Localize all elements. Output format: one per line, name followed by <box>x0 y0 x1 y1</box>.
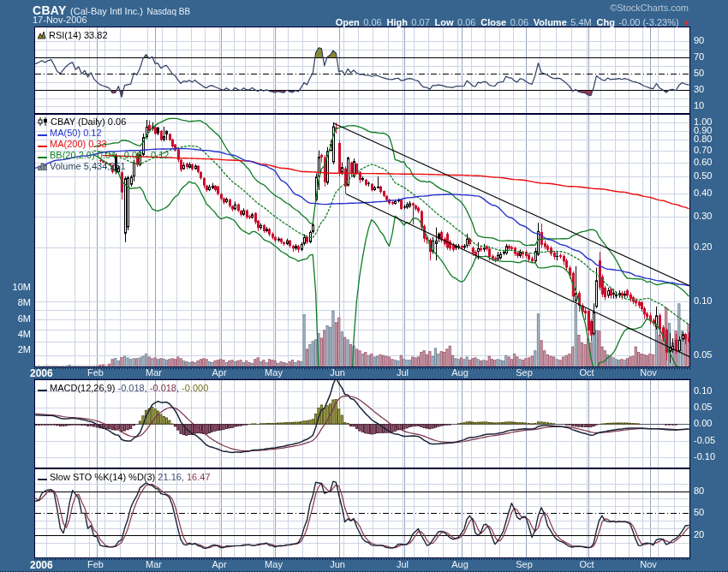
rsi-tick-label: 90 <box>694 35 704 45</box>
price-legend-bb: BB(20,2.0) 0.04 - 0.08 - 0.12 <box>38 150 169 161</box>
month-label-aug: Aug <box>451 367 468 378</box>
macd-tick-label: -0.05 <box>694 435 715 445</box>
volume-legend-value: 5,434,251 <box>84 161 126 171</box>
month-label-mar: Mar <box>146 367 162 378</box>
month-label-aug: Aug <box>451 559 468 569</box>
year-label: 2006 <box>30 559 53 571</box>
month-label-mar: Mar <box>146 559 162 569</box>
open-label: Open <box>336 17 360 27</box>
price-legend-symbol: CBAY (Daily) 0.06 <box>38 116 126 128</box>
rsi-area-icon <box>38 31 46 41</box>
price-tick-label: 0.50 <box>694 170 712 181</box>
high-value: 0.07 <box>411 17 429 27</box>
month-label-jul: Jul <box>397 367 409 378</box>
sto-tick-label: 50 <box>694 507 704 517</box>
rsi-tick-label: 30 <box>694 84 704 94</box>
month-label-jul: Jul <box>397 559 409 569</box>
month-label-nov: Nov <box>640 559 657 569</box>
sto-line-icon <box>38 473 47 483</box>
volume-legend-label: Volume <box>50 161 81 171</box>
ma50-value: 0.12 <box>83 128 101 138</box>
sto-value-1: 21.16, <box>158 472 184 482</box>
month-label-oct: Oct <box>579 559 594 569</box>
sto-legend: Slow STO %K(14) %D(3) 21.16, 16.47 <box>38 472 211 483</box>
month-label-may: May <box>265 559 283 569</box>
ma200-line-icon <box>38 140 47 150</box>
price-tick-label: 0.40 <box>694 188 712 198</box>
low-label: Low <box>435 17 454 27</box>
price-tick-label: 0.10 <box>694 295 712 306</box>
macd-value-2: -0.018, <box>150 383 179 393</box>
macd-tick-label: 0.05 <box>694 402 712 412</box>
volume-value: 5.4M <box>570 17 591 27</box>
rsi-tick-label: 70 <box>694 51 704 62</box>
price-legend-symbol-label: CBAY (Daily) <box>51 116 105 127</box>
month-label-jun: Jun <box>330 367 345 378</box>
rsi-legend-value: 33.82 <box>84 30 108 40</box>
price-legend-ma50: MA(50) 0.12 <box>38 128 102 139</box>
price-tick-label: 0.60 <box>694 157 712 167</box>
macd-tick-label: 0.10 <box>694 385 712 396</box>
macd-legend: MACD(12,26,9) -0.018, -0.018, -0.000 <box>38 383 208 394</box>
macd-tick-label: -0.10 <box>694 451 715 462</box>
open-value: 0.06 <box>363 17 381 27</box>
price-legend-symbol-value: 0.06 <box>108 116 126 127</box>
bb-line-icon <box>38 151 47 161</box>
rsi-legend: RSI(14) 33.82 <box>38 30 108 41</box>
month-label-feb: Feb <box>87 559 104 569</box>
ma200-value: 0.33 <box>88 139 106 149</box>
low-value: 0.06 <box>457 17 475 27</box>
price-legend-volume: Volume 5,434,251 <box>38 161 126 172</box>
chg-label: Chg <box>596 17 614 27</box>
month-label-apr: Apr <box>212 559 226 569</box>
month-label-sep: Sep <box>516 559 533 569</box>
month-label-oct: Oct <box>579 367 594 378</box>
price-tick-label: 0.05 <box>694 349 712 360</box>
rsi-legend-label: RSI(14) <box>49 30 81 40</box>
chg-value: -0.00 (-3.23%) <box>618 17 678 27</box>
volume-tick-label: 6M <box>18 313 31 324</box>
rsi-tick-label: 50 <box>694 68 704 78</box>
month-label-may: May <box>265 367 283 378</box>
exchange-name: Nasdaq BB <box>146 7 190 16</box>
ma200-label: MA(200) <box>50 139 86 149</box>
sto-tick-label: 80 <box>694 486 704 496</box>
volume-tick-label: 8M <box>18 297 31 307</box>
copyright: ©StockCharts.com <box>610 3 689 13</box>
sto-value-2: 16.47 <box>187 472 211 482</box>
sto-tick-label: 20 <box>694 529 704 539</box>
price-tick-label: 0.30 <box>694 211 712 221</box>
month-label-nov: Nov <box>640 367 657 378</box>
stockcharts-chart: CBAY (Cal-Bay Intl Inc.) Nasdaq BB ©Stoc… <box>0 0 728 572</box>
month-label-jun: Jun <box>330 559 345 569</box>
volume-tick-label: 2M <box>18 344 31 355</box>
close-value: 0.06 <box>510 17 528 27</box>
sto-legend-label: Slow STO %K(14) %D(3) <box>50 472 155 482</box>
macd-legend-label: MACD(12,26,9) <box>50 383 115 393</box>
close-label: Close <box>480 17 506 27</box>
macd-line-icon <box>38 384 47 394</box>
volume-label: Volume <box>534 17 567 27</box>
high-label: High <box>386 17 407 27</box>
month-label-feb: Feb <box>87 367 104 378</box>
price-tick-label: 0.70 <box>694 145 712 155</box>
month-label-apr: Apr <box>212 367 226 378</box>
volume-bars-icon <box>38 162 47 172</box>
price-tick-label: 0.20 <box>694 241 712 252</box>
ma50-label: MA(50) <box>50 128 81 138</box>
chart-canvas <box>0 0 728 572</box>
candlestick-icon <box>38 117 48 128</box>
quote-date: 17-Nov-2006 <box>33 15 87 25</box>
year-label: 2006 <box>30 367 53 379</box>
macd-tick-label: 0.00 <box>694 418 712 428</box>
macd-value-3: -0.000 <box>182 383 208 393</box>
ma50-line-icon <box>38 128 47 139</box>
macd-value-1: -0.018, <box>117 383 146 393</box>
bb-label: BB(20,2.0) <box>50 150 95 160</box>
month-label-sep: Sep <box>516 367 533 378</box>
chg-down-triangle-icon: ▼ <box>683 19 690 27</box>
volume-tick-label: 10M <box>13 282 31 292</box>
quote-row: Open 0.06 High 0.07 Low 0.06 Close 0.06 … <box>336 14 690 29</box>
price-tick-label: 0.80 <box>694 134 712 144</box>
rsi-tick-label: 10 <box>694 100 704 110</box>
